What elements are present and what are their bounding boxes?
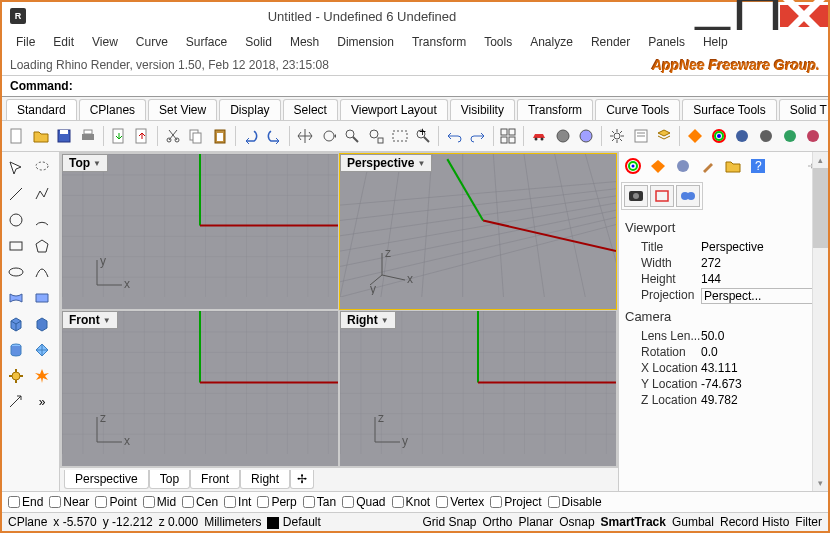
paste-icon[interactable] — [209, 124, 231, 148]
gear-icon[interactable] — [4, 364, 28, 388]
scroll-up-icon[interactable]: ▴ — [813, 152, 828, 168]
zoom-selected-icon[interactable]: + — [413, 124, 435, 148]
viewport-top-label[interactable]: Top▼ — [62, 154, 108, 172]
prop-zloc-value[interactable]: 49.782 — [701, 393, 828, 407]
panel-layers-icon[interactable] — [647, 155, 669, 177]
line-icon[interactable] — [4, 182, 28, 206]
menu-transform[interactable]: Transform — [404, 32, 474, 52]
zoom-window-icon[interactable] — [389, 124, 411, 148]
zoom-icon[interactable] — [342, 124, 364, 148]
panel-scrollbar[interactable]: ▴ ▾ — [812, 152, 828, 491]
tool-arrow-icon[interactable] — [4, 390, 28, 414]
vtab-add[interactable]: ✢ — [290, 470, 314, 489]
panel-display-icon[interactable] — [672, 155, 694, 177]
osnap-perp[interactable]: Perp — [257, 495, 296, 509]
vtab-perspective[interactable]: Perspective — [64, 470, 149, 489]
menu-render[interactable]: Render — [583, 32, 638, 52]
menu-mesh[interactable]: Mesh — [282, 32, 327, 52]
status-osnap[interactable]: Osnap — [559, 515, 594, 529]
tab-standard[interactable]: Standard — [6, 99, 77, 120]
menu-tools[interactable]: Tools — [476, 32, 520, 52]
prop-projection-value[interactable]: Perspect...⌄ — [701, 288, 828, 304]
status-planar[interactable]: Planar — [519, 515, 554, 529]
menu-dimension[interactable]: Dimension — [329, 32, 402, 52]
menu-surface[interactable]: Surface — [178, 32, 235, 52]
rectangle-icon[interactable] — [4, 234, 28, 258]
sphere3-icon[interactable] — [779, 124, 801, 148]
new-icon[interactable] — [6, 124, 28, 148]
select-icon[interactable] — [4, 156, 28, 180]
menu-panels[interactable]: Panels — [640, 32, 693, 52]
status-units[interactable]: Millimeters — [204, 515, 261, 529]
prop-xloc-value[interactable]: 43.111 — [701, 361, 828, 375]
solid-icon[interactable] — [30, 312, 54, 336]
tab-curve-tools[interactable]: Curve Tools — [595, 99, 680, 120]
layers-icon[interactable] — [653, 124, 675, 148]
polyline-icon[interactable] — [30, 182, 54, 206]
surface2-icon[interactable] — [30, 286, 54, 310]
status-layer[interactable]: Default — [267, 515, 320, 529]
circle-icon[interactable] — [4, 208, 28, 232]
status-cplane[interactable]: CPlane — [8, 515, 47, 529]
texture-icon[interactable] — [676, 185, 700, 207]
close-button[interactable] — [780, 5, 828, 27]
cut-icon[interactable] — [162, 124, 184, 148]
sphere4-icon[interactable] — [802, 124, 824, 148]
explode-icon[interactable] — [30, 364, 54, 388]
tab-select[interactable]: Select — [283, 99, 338, 120]
status-filter[interactable]: Filter — [795, 515, 822, 529]
tab-visibility[interactable]: Visibility — [450, 99, 515, 120]
osnap-near[interactable]: Near — [49, 495, 89, 509]
render-icon[interactable] — [575, 124, 597, 148]
vtab-front[interactable]: Front — [190, 470, 240, 489]
osnap-disable[interactable]: Disable — [548, 495, 602, 509]
shade-icon[interactable] — [552, 124, 574, 148]
tab-viewport-layout[interactable]: Viewport Layout — [340, 99, 448, 120]
surface-icon[interactable] — [4, 286, 28, 310]
prop-height-value[interactable]: 144 — [701, 272, 828, 286]
prop-rotation-value[interactable]: 0.0 — [701, 345, 828, 359]
pan-icon[interactable] — [294, 124, 316, 148]
status-gridsnap[interactable]: Grid Snap — [422, 515, 476, 529]
panel-libraries-icon[interactable] — [722, 155, 744, 177]
tab-display[interactable]: Display — [219, 99, 280, 120]
sphere2-icon[interactable] — [755, 124, 777, 148]
help-icon[interactable] — [684, 124, 706, 148]
redo-icon[interactable] — [264, 124, 286, 148]
undo-icon[interactable] — [240, 124, 262, 148]
menu-curve[interactable]: Curve — [128, 32, 176, 52]
tool-more-icon[interactable]: » — [30, 390, 54, 414]
mesh-icon[interactable] — [30, 338, 54, 362]
tab-solid-tools[interactable]: Solid T — [779, 99, 828, 120]
viewport-top[interactable]: xy Top▼ — [62, 154, 338, 309]
save-icon[interactable] — [53, 124, 75, 148]
render-car-icon[interactable] — [528, 124, 550, 148]
panel-brush-icon[interactable] — [697, 155, 719, 177]
cylinder-icon[interactable] — [4, 338, 28, 362]
osnap-mid[interactable]: Mid — [143, 495, 176, 509]
four-view-icon[interactable] — [498, 124, 520, 148]
redo-view-icon[interactable] — [467, 124, 489, 148]
rainbow-icon[interactable] — [708, 124, 730, 148]
osnap-tan[interactable]: Tan — [303, 495, 336, 509]
menu-file[interactable]: File — [8, 32, 43, 52]
vtab-top[interactable]: Top — [149, 470, 190, 489]
viewport-front-label[interactable]: Front▼ — [62, 311, 118, 329]
properties-icon[interactable] — [630, 124, 652, 148]
prop-title-value[interactable]: Perspective — [701, 240, 828, 254]
viewport-perspective-label[interactable]: Perspective▼ — [340, 154, 432, 172]
status-smarttrack[interactable]: SmartTrack — [601, 515, 666, 529]
menu-edit[interactable]: Edit — [45, 32, 82, 52]
prop-yloc-value[interactable]: -74.673 — [701, 377, 828, 391]
scroll-thumb[interactable] — [813, 168, 828, 248]
scroll-down-icon[interactable]: ▾ — [813, 475, 828, 491]
export-icon[interactable] — [131, 124, 153, 148]
viewport-right-label[interactable]: Right▼ — [340, 311, 396, 329]
osnap-int[interactable]: Int — [224, 495, 251, 509]
tab-setview[interactable]: Set View — [148, 99, 217, 120]
osnap-knot[interactable]: Knot — [392, 495, 431, 509]
import-icon[interactable] — [108, 124, 130, 148]
status-record[interactable]: Record Histo — [720, 515, 789, 529]
menu-solid[interactable]: Solid — [237, 32, 280, 52]
vtab-right[interactable]: Right — [240, 470, 290, 489]
